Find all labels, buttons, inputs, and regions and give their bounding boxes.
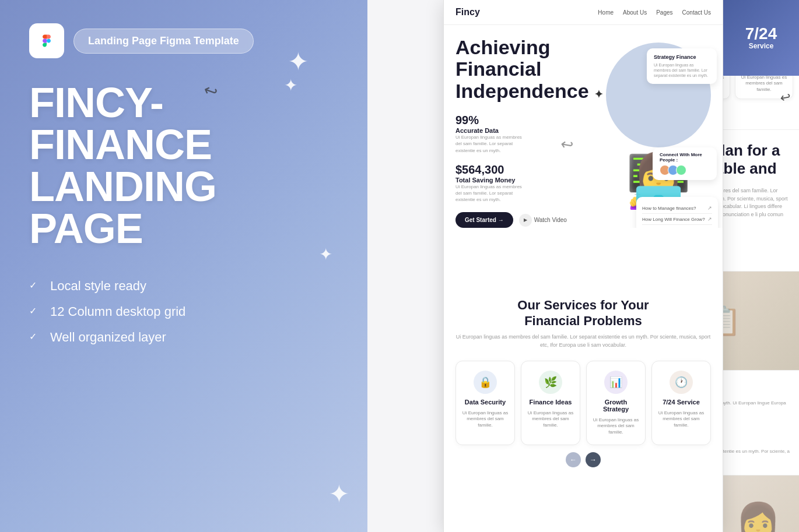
feature-item-3: ✓ Well organized layer (29, 330, 338, 345)
strategy-title: Strategy Finance (654, 54, 710, 60)
fincy-logo: Fincy (455, 7, 480, 17)
service-card-data-security: 🔒 Data Security Ui Europan linguas as me… (455, 361, 515, 445)
data-security-title: Data Security (465, 399, 506, 406)
deco-plus-mid: ✦ (319, 245, 332, 264)
nav-about[interactable]: About Us (623, 9, 647, 16)
connect-title: Connect With More People : (660, 152, 710, 163)
services-desc: Ui Europan linguas as membres del sam fa… (455, 333, 711, 349)
strategy-card: Strategy Finance Ui Europan linguas as m… (647, 48, 717, 84)
faq-arrow-3: ↗ (707, 227, 712, 228)
fincy-services: Our Services for YourFinancial Problems … (444, 280, 723, 486)
data-security-desc: Ui Europan linguas as membres del sam fa… (462, 410, 509, 428)
left-panel: Landing Page Figma Template ✦ ✦ ↩ FINCY-… (0, 0, 367, 532)
faq-arrow-2: ↗ (707, 216, 712, 222)
check-icon-3: ✓ (29, 331, 42, 344)
fincy-preview: Fincy Home About Us Pages Contact Us 👩‍💻… (443, 0, 723, 532)
deco-star-large: ✦ (288, 47, 309, 76)
get-started-button[interactable]: Get Started → (455, 212, 513, 228)
feature-text-1: Local style ready (50, 279, 146, 294)
features-list: ✓ Local style ready ✓ 12 Column desktop … (29, 279, 338, 345)
fincy-nav-links: Home About Us Pages Contact Us (598, 9, 711, 16)
services-cards-grid: 🔒 Data Security Ui Europan linguas as me… (455, 361, 711, 445)
corner-badge-label: Service (749, 42, 774, 50)
nav-home[interactable]: Home (598, 9, 614, 16)
feature-item-2: ✓ 12 Column desktop grid (29, 304, 338, 319)
data-security-icon: 🔒 (474, 371, 497, 394)
deco-star-small: ✦ (284, 76, 297, 95)
stat-desc-2: Ui Europan linguas as membres del sam fa… (455, 184, 525, 203)
service-card-finance-ideas: 🌿 Finance Ideas Ui Europan linguas as me… (521, 361, 580, 445)
corner-badge-number: 7/24 (745, 26, 777, 42)
services-bottom-nav: ← → (455, 445, 711, 474)
services-title: Our Services for YourFinancial Problems (455, 298, 711, 329)
feature-text-2: 12 Column desktop grid (50, 304, 185, 319)
service-724-icon: 🕐 (670, 371, 693, 394)
main-title: FINCY-FINANCELANDINGPAGE (29, 82, 338, 249)
fincy-navbar: Fincy Home About Us Pages Contact Us (444, 0, 723, 25)
hero-spacer (444, 228, 723, 245)
figma-logo (29, 23, 64, 58)
fincy-hero: 👩‍💻 Strategy Finance Ui Europan linguas … (444, 25, 723, 228)
finance-ideas-title: Finance Ideas (530, 399, 572, 406)
finance-ideas-desc: Ui Europan linguas as membres del sam fa… (527, 410, 574, 428)
strategy-desc: Ui Europan linguas as membres del sam fa… (654, 62, 710, 78)
stat-number-1: 99% (455, 114, 711, 127)
feature-item-1: ✓ Local style ready (29, 279, 338, 294)
service-724-desc: Ui Europan linguas as membres del sam fa… (658, 410, 705, 428)
stat-label-1: Accurate Data (455, 127, 711, 134)
watch-video-button[interactable]: ▶ Watch Video (519, 212, 567, 228)
connect-card: Connect With More People : (653, 147, 717, 180)
service-card-growth: 📊 Growth Strategy Ui Europan linguas as … (586, 361, 646, 445)
growth-strategy-icon: 📊 (604, 371, 628, 394)
faq-card: How to Manage finances? ↗ How Long Will … (636, 197, 718, 228)
check-icon-2: ✓ (29, 305, 42, 318)
check-icon-1: ✓ (29, 280, 42, 293)
deco-star-bottom: ✦ (328, 479, 350, 509)
faq-item-1: How to Manage finances? ↗ (642, 203, 712, 214)
template-badge: Landing Page Figma Template (73, 29, 254, 54)
nav-contact[interactable]: Contact Us (682, 9, 711, 16)
faq-arrow-1: ↗ (707, 205, 712, 211)
stat-desc-1: Ui Europan linguas as membres del sam fa… (455, 134, 525, 154)
growth-strategy-desc: Ui Europan linguas as membres del sam fa… (593, 417, 639, 435)
hero-star: ✦ (594, 89, 603, 100)
play-circle-icon: ▶ (519, 214, 532, 227)
growth-strategy-title: Growth Strategy (593, 399, 639, 413)
service-724-title: 7/24 Service (663, 399, 700, 406)
finance-ideas-icon: 🌿 (539, 371, 562, 394)
feature-text-3: Well organized layer (50, 330, 166, 345)
avatars-row (660, 165, 710, 175)
avatar-3 (676, 165, 686, 175)
faq-item-3: Whether it Can be Repeated? ↗ (642, 225, 712, 228)
corner-badge: 7/24 Service (723, 0, 799, 76)
services-next-button[interactable]: → (586, 452, 601, 467)
faq-item-2: How Long Will Finance Grow? ↗ (642, 214, 712, 225)
services-prev-button[interactable]: ← (566, 452, 581, 467)
nav-pages[interactable]: Pages (656, 9, 672, 16)
service-card-724: 🕐 7/24 Service Ui Europan linguas as mem… (651, 361, 711, 445)
